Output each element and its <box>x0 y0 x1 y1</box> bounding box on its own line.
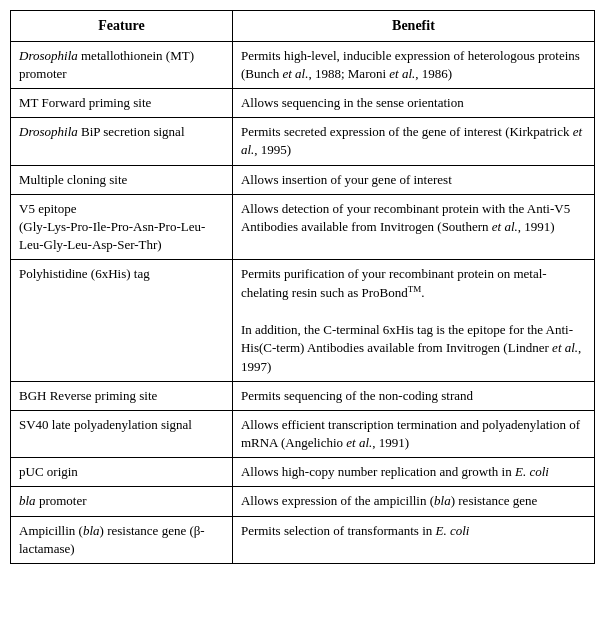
feature-cell-9: bla promoter <box>11 487 233 516</box>
benefit-cell-7: Allows efficient transcription terminati… <box>232 410 594 457</box>
table-row: BGH Reverse priming sitePermits sequenci… <box>11 381 595 410</box>
benefit-cell-1: Allows sequencing in the sense orientati… <box>232 88 594 117</box>
benefit-cell-4: Allows detection of your recombinant pro… <box>232 194 594 260</box>
table-row: Polyhistidine (6xHis) tagPermits purific… <box>11 260 595 381</box>
table-row: pUC originAllows high-copy number replic… <box>11 458 595 487</box>
table-row: V5 epitope(Gly-Lys-Pro-Ile-Pro-Asn-Pro-L… <box>11 194 595 260</box>
header-benefit: Benefit <box>232 11 594 42</box>
benefit-cell-5: Permits purification of your recombinant… <box>232 260 594 381</box>
feature-benefit-table: Feature Benefit Drosophila metallothione… <box>10 10 595 564</box>
feature-cell-7: SV40 late polyadenylation signal <box>11 410 233 457</box>
table-row: MT Forward priming siteAllows sequencing… <box>11 88 595 117</box>
benefit-cell-2: Permits secreted expression of the gene … <box>232 118 594 165</box>
table-row: bla promoterAllows expression of the amp… <box>11 487 595 516</box>
benefit-cell-8: Allows high-copy number replication and … <box>232 458 594 487</box>
benefit-cell-9: Allows expression of the ampicillin (bla… <box>232 487 594 516</box>
feature-benefit-table-wrapper: Feature Benefit Drosophila metallothione… <box>10 10 595 564</box>
table-row: Ampicillin (bla) resistance gene (β-lact… <box>11 516 595 563</box>
table-row: SV40 late polyadenylation signalAllows e… <box>11 410 595 457</box>
feature-cell-4: V5 epitope(Gly-Lys-Pro-Ile-Pro-Asn-Pro-L… <box>11 194 233 260</box>
header-feature: Feature <box>11 11 233 42</box>
feature-cell-3: Multiple cloning site <box>11 165 233 194</box>
feature-cell-1: MT Forward priming site <box>11 88 233 117</box>
table-row: Drosophila metallothionein (MT) promoter… <box>11 41 595 88</box>
feature-cell-2: Drosophila BiP secretion signal <box>11 118 233 165</box>
feature-cell-6: BGH Reverse priming site <box>11 381 233 410</box>
feature-cell-0: Drosophila metallothionein (MT) promoter <box>11 41 233 88</box>
feature-cell-8: pUC origin <box>11 458 233 487</box>
benefit-cell-3: Allows insertion of your gene of interes… <box>232 165 594 194</box>
benefit-cell-6: Permits sequencing of the non-coding str… <box>232 381 594 410</box>
feature-cell-10: Ampicillin (bla) resistance gene (β-lact… <box>11 516 233 563</box>
benefit-cell-10: Permits selection of transformants in E.… <box>232 516 594 563</box>
table-row: Multiple cloning siteAllows insertion of… <box>11 165 595 194</box>
feature-cell-5: Polyhistidine (6xHis) tag <box>11 260 233 381</box>
benefit-cell-0: Permits high-level, inducible expression… <box>232 41 594 88</box>
table-row: Drosophila BiP secretion signalPermits s… <box>11 118 595 165</box>
